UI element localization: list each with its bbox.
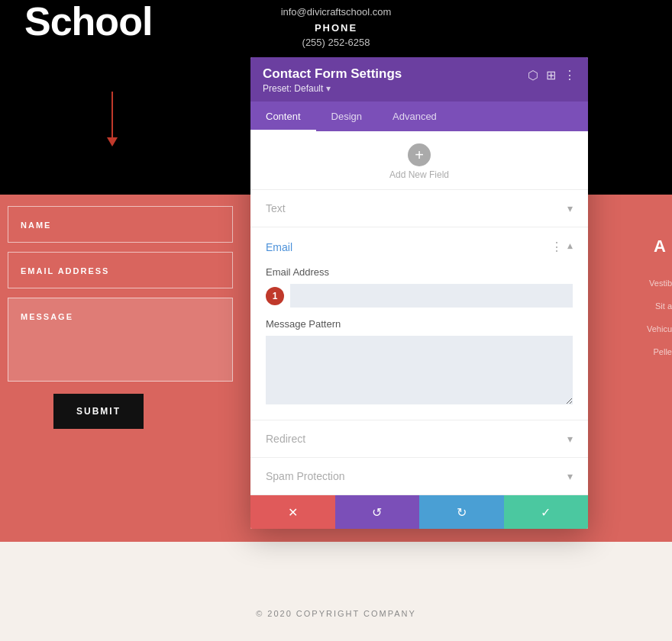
arrow-head: [107, 137, 118, 147]
header-email: info@divicraftschool.com: [0, 6, 672, 18]
email-field[interactable]: EMAIL ADDRESS: [8, 252, 233, 288]
undo-button[interactable]: ↺: [335, 495, 420, 529]
modal-title-area: Contact Form Settings Preset: Default ▾: [263, 66, 402, 94]
top-info: info@divicraftschool.com PHONE (255) 252…: [0, 0, 672, 48]
right-item-1: Vestib: [619, 279, 672, 288]
tab-design[interactable]: Design: [316, 101, 377, 131]
redirect-chevron-icon: ▾: [567, 433, 573, 445]
modal-title: Contact Form Settings: [263, 66, 402, 82]
phone-number: (255) 252-6258: [0, 37, 672, 48]
email-section-content: Email Address 1 Message Pattern: [250, 266, 588, 420]
message-label: MESSAGE: [21, 312, 73, 321]
add-field-button[interactable]: +: [408, 143, 431, 166]
arrow-indicator: [107, 92, 118, 147]
email-address-label: Email Address: [266, 266, 573, 278]
email-label: EMAIL ADDRESS: [21, 266, 109, 275]
spam-accordion-header[interactable]: Spam Protection ▾: [250, 458, 588, 494]
message-field[interactable]: MESSAGE: [8, 298, 233, 382]
email-address-input[interactable]: [290, 284, 573, 308]
modal-more-icon[interactable]: ⋮: [564, 68, 576, 82]
cancel-button[interactable]: ✕: [250, 495, 335, 529]
name-field[interactable]: NAME: [8, 206, 233, 243]
redo-button[interactable]: ↻: [419, 495, 504, 529]
right-item-3: Vehicu: [619, 324, 672, 333]
arrow-line: [111, 92, 113, 137]
undo-icon: ↺: [372, 505, 382, 520]
modal-tabs: Content Design Advanced: [250, 101, 588, 131]
text-chevron-icon: ▾: [567, 202, 573, 214]
redirect-accordion-title: Redirect: [266, 433, 305, 445]
spam-accordion: Spam Protection ▾: [250, 458, 588, 495]
add-field-label: Add New Field: [389, 169, 449, 180]
right-item-4: Pelle: [619, 347, 672, 356]
modal-preset: Preset: Default ▾: [263, 83, 402, 94]
add-new-field-section: + Add New Field: [250, 131, 588, 190]
spam-accordion-title: Spam Protection: [266, 470, 345, 482]
contact-form-settings-modal: Contact Form Settings Preset: Default ▾ …: [250, 57, 588, 529]
background-bottom: [0, 542, 672, 641]
right-initial: A: [654, 237, 666, 256]
email-accordion: Email ⋮ ▾ Email Address 1 Message Patter…: [250, 227, 588, 420]
email-accordion-header[interactable]: Email ⋮ ▾: [250, 227, 588, 266]
right-items: Vestib Sit a Vehicu Pelle: [619, 279, 672, 370]
modal-footer: ✕ ↺ ↻ ✓: [250, 495, 588, 529]
message-pattern-textarea[interactable]: [266, 336, 573, 404]
redirect-accordion-header[interactable]: Redirect ▾: [250, 420, 588, 457]
cancel-icon: ✕: [288, 505, 298, 520]
contact-form: NAME EMAIL ADDRESS MESSAGE SUBMIT: [8, 206, 233, 429]
modal-body: + Add New Field Text ▾ Email ⋮ ▾ Email A…: [250, 131, 588, 495]
tab-content[interactable]: Content: [250, 101, 316, 131]
email-accordion-title: Email: [266, 241, 292, 253]
message-pattern-label: Message Pattern: [266, 318, 573, 330]
text-accordion-header[interactable]: Text ▾: [250, 190, 588, 227]
confirm-button[interactable]: ✓: [504, 495, 589, 529]
redo-icon: ↻: [457, 505, 467, 520]
phone-label: PHONE: [0, 22, 672, 34]
step-badge: 1: [266, 287, 284, 305]
name-label: NAME: [21, 221, 51, 230]
tab-advanced[interactable]: Advanced: [377, 101, 452, 131]
modal-header-icons: ⬡ ⊞ ⋮: [528, 66, 576, 82]
modal-header: Contact Form Settings Preset: Default ▾ …: [250, 57, 588, 101]
confirm-icon: ✓: [541, 505, 551, 520]
email-more-icon[interactable]: ⋮: [551, 240, 563, 254]
text-accordion-title: Text: [266, 202, 286, 214]
redirect-accordion: Redirect ▾: [250, 420, 588, 458]
right-item-2: Sit a: [619, 301, 672, 311]
submit-button[interactable]: SUBMIT: [53, 394, 144, 429]
email-address-input-row: 1: [266, 284, 573, 308]
text-accordion: Text ▾: [250, 190, 588, 227]
email-chevron-icon: ▾: [567, 241, 573, 253]
modal-split-icon[interactable]: ⊞: [546, 68, 556, 82]
copyright-text: © 2020 COPYRIGHT COMPANY: [0, 609, 672, 618]
spam-chevron-icon: ▾: [567, 470, 573, 482]
modal-fullscreen-icon[interactable]: ⬡: [528, 68, 538, 82]
